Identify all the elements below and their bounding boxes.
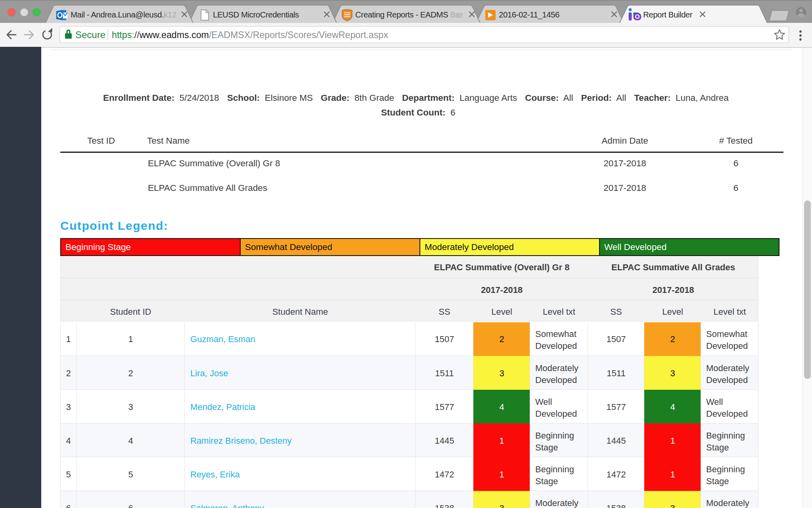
svg-text:LEUSD MicroCredentials: LEUSD MicroCredentials (213, 10, 299, 19)
svg-text:Mail - Andrea.Luna@leusd.k12: Mail - Andrea.Luna@leusd.k12 (71, 10, 176, 19)
svg-text:Creating Reports - EADMS Bas: Creating Reports - EADMS Bas (355, 10, 463, 19)
svg-text:2016-02-11_1456: 2016-02-11_1456 (499, 10, 559, 19)
svg-text:Report Builder: Report Builder (643, 10, 693, 19)
svg-text:https://www.eadms.com/EADMSX/R: https://www.eadms.com/EADMSX/Reports/Sco… (112, 30, 388, 40)
svg-text:Secure: Secure (75, 29, 105, 40)
